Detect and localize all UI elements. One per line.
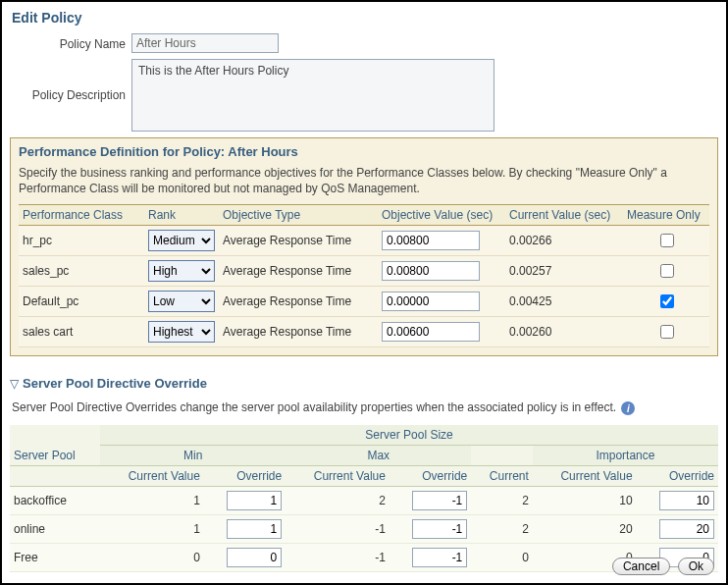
- cancel-button[interactable]: Cancel: [612, 558, 670, 575]
- perf-row: Default_pc HighestHighMediumLowLowest Av…: [19, 287, 709, 317]
- pool-name-cell: backoffice: [10, 487, 100, 515]
- pool-sub-min-ov: Override: [204, 466, 286, 487]
- perf-th-otype: Objective Type: [219, 205, 378, 226]
- rank-select[interactable]: HighestHighMediumLowLowest: [148, 291, 215, 312]
- pool-sub-min-cur: Current Value: [100, 466, 204, 487]
- pool-th-min: Min: [100, 446, 286, 466]
- pool-sub-imp-cur: Current Value: [533, 466, 637, 487]
- importance-override-input[interactable]: [659, 491, 714, 510]
- pool-sub-max-cur: Current Value: [286, 466, 390, 487]
- perf-row: sales_pc HighestHighMediumLowLowest Aver…: [19, 256, 709, 287]
- server-pool-override-toggle[interactable]: ▽ Server Pool Directive Override: [10, 376, 718, 391]
- importance-override-input[interactable]: [659, 519, 714, 539]
- policy-description-label: Policy Description: [10, 59, 131, 102]
- pool-th-importance: Importance: [533, 446, 718, 466]
- measure-only-checkbox[interactable]: [660, 325, 674, 339]
- info-icon[interactable]: i: [621, 401, 635, 415]
- perf-cval-cell: 0.00260: [505, 317, 623, 347]
- pool-imp-cur-cell: 10: [533, 487, 637, 515]
- perf-cval-cell: 0.00266: [505, 226, 623, 256]
- server-pool-override-desc: Server Pool Directive Overrides change t…: [12, 400, 616, 414]
- policy-name-label: Policy Name: [10, 33, 131, 51]
- perf-row: sales cart HighestHighMediumLowLowest Av…: [19, 317, 709, 347]
- rank-select[interactable]: HighestHighMediumLowLowest: [148, 260, 215, 282]
- policy-name-input[interactable]: [131, 33, 279, 53]
- pool-name-cell: online: [10, 515, 100, 544]
- pool-th-group: Server Pool Size: [100, 425, 718, 446]
- pool-max-cur-cell: -1: [286, 544, 390, 572]
- pool-th-max: Max: [286, 446, 471, 466]
- perf-cval-cell: 0.00257: [505, 256, 623, 287]
- max-override-input[interactable]: [412, 548, 467, 567]
- performance-definition-desc: Specify the business ranking and perform…: [19, 165, 709, 196]
- pool-current-cell: 0: [471, 544, 533, 572]
- pool-min-cur-cell: 1: [100, 515, 204, 544]
- perf-th-monly: Measure Only: [623, 205, 709, 226]
- min-override-input[interactable]: [227, 519, 282, 539]
- pool-current-cell: 2: [471, 487, 533, 515]
- measure-only-checkbox[interactable]: [660, 264, 674, 278]
- pool-th-spacer: [10, 466, 100, 487]
- objective-value-input[interactable]: [382, 261, 480, 281]
- policy-description-input[interactable]: This is the After Hours Policy: [131, 59, 494, 132]
- rank-select[interactable]: HighestHighMediumLowLowest: [148, 230, 215, 251]
- performance-definition-section: Performance Definition for Policy: After…: [10, 137, 718, 356]
- perf-class-cell: sales_pc: [19, 256, 144, 287]
- perf-class-cell: sales cart: [19, 317, 144, 347]
- pool-max-cur-cell: 2: [286, 487, 390, 515]
- pool-sub-current: Current: [471, 466, 533, 487]
- pool-row: backoffice 1 2 2 10: [10, 487, 718, 515]
- max-override-input[interactable]: [412, 491, 467, 510]
- pool-min-cur-cell: 1: [100, 487, 204, 515]
- objective-value-input[interactable]: [382, 322, 480, 342]
- performance-table: Performance Class Rank Objective Type Ob…: [19, 204, 709, 347]
- perf-otype-cell: Average Response Time: [219, 287, 378, 317]
- min-override-input[interactable]: [227, 491, 282, 510]
- perf-th-cval: Current Value (sec): [505, 205, 623, 226]
- perf-class-cell: hr_pc: [19, 226, 144, 256]
- objective-value-input[interactable]: [382, 231, 480, 250]
- pool-th-pool: Server Pool: [10, 425, 100, 466]
- page-title: Edit Policy: [12, 10, 718, 26]
- pool-sub-max-ov: Override: [390, 466, 471, 487]
- measure-only-checkbox[interactable]: [660, 234, 674, 247]
- perf-row: hr_pc HighestHighMediumLowLowest Average…: [19, 226, 709, 256]
- max-override-input[interactable]: [412, 519, 467, 539]
- pool-max-cur-cell: -1: [286, 515, 390, 544]
- pool-sub-imp-ov: Override: [637, 466, 718, 487]
- measure-only-checkbox[interactable]: [660, 294, 674, 308]
- pool-min-cur-cell: 0: [100, 544, 204, 572]
- pool-th-current: [471, 446, 533, 466]
- server-pool-table: Server Pool Server Pool Size Min Max Imp…: [10, 425, 718, 572]
- server-pool-override-title: Server Pool Directive Override: [23, 376, 207, 391]
- perf-cval-cell: 0.00425: [505, 287, 623, 317]
- disclosure-triangle-icon: ▽: [10, 377, 19, 391]
- performance-definition-title: Performance Definition for Policy: After…: [19, 144, 709, 159]
- pool-name-cell: Free: [10, 544, 100, 572]
- perf-th-class: Performance Class: [19, 205, 144, 226]
- perf-otype-cell: Average Response Time: [219, 256, 378, 287]
- perf-otype-cell: Average Response Time: [219, 226, 378, 256]
- pool-current-cell: 2: [471, 515, 533, 544]
- ok-button[interactable]: Ok: [678, 558, 714, 575]
- pool-row: online 1 -1 2 20: [10, 515, 718, 544]
- rank-select[interactable]: HighestHighMediumLowLowest: [148, 321, 215, 343]
- min-override-input[interactable]: [227, 548, 282, 567]
- perf-otype-cell: Average Response Time: [219, 317, 378, 347]
- objective-value-input[interactable]: [382, 292, 480, 311]
- perf-th-oval: Objective Value (sec): [378, 205, 505, 226]
- pool-imp-cur-cell: 20: [533, 515, 637, 544]
- perf-class-cell: Default_pc: [19, 287, 144, 317]
- perf-th-rank: Rank: [144, 205, 219, 226]
